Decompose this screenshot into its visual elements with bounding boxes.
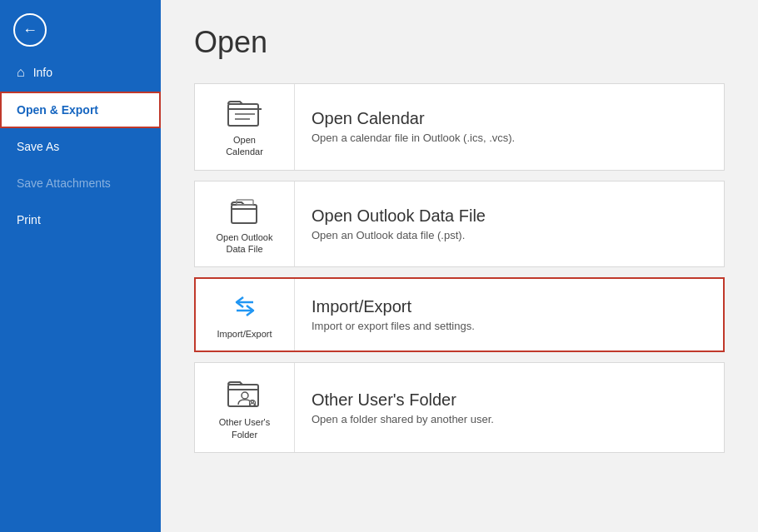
- sidebar-item-print-label: Print: [17, 213, 41, 226]
- sidebar: ← ⌂ Info Open & Export Save As Save Atta…: [0, 0, 161, 532]
- option-card-open-outlook-data[interactable]: Open OutlookData File Open Outlook Data …: [194, 181, 725, 268]
- sidebar-nav: ⌂ Info Open & Export Save As Save Attach…: [0, 53, 161, 238]
- import-export-icon-label: Import/Export: [217, 328, 272, 340]
- open-outlook-data-icon: [225, 193, 265, 226]
- import-export-text: Import/Export Import or export files and…: [295, 286, 724, 344]
- svg-rect-0: [228, 104, 258, 126]
- svg-rect-3: [232, 205, 257, 223]
- open-outlook-data-desc: Open an Outlook data file (.pst).: [312, 229, 707, 241]
- options-list: OpenCalendar Open Calendar Open a calend…: [194, 83, 725, 453]
- sidebar-item-save-attachments-label: Save Attachments: [17, 177, 111, 190]
- sidebar-item-save-as-label: Save As: [17, 140, 59, 153]
- open-calendar-text: Open Calendar Open a calendar file in Ou…: [295, 97, 724, 156]
- option-card-import-export[interactable]: Import/Export Import/Export Import or ex…: [194, 277, 725, 352]
- sidebar-item-info-label: Info: [33, 66, 52, 79]
- open-calendar-icon: [225, 96, 265, 129]
- option-card-other-users-folder[interactable]: Other User'sFolder Other User's Folder O…: [194, 362, 725, 453]
- import-export-desc: Import or export files and settings.: [312, 320, 707, 332]
- open-calendar-title: Open Calendar: [312, 109, 707, 128]
- other-users-folder-icon: [225, 375, 265, 411]
- open-outlook-data-text: Open Outlook Data File Open an Outlook d…: [295, 195, 724, 253]
- home-icon: ⌂: [17, 65, 25, 80]
- other-users-folder-title: Other User's Folder: [312, 390, 707, 410]
- open-outlook-data-icon-label: Open OutlookData File: [217, 231, 273, 256]
- sidebar-item-info[interactable]: ⌂ Info: [0, 53, 161, 92]
- import-export-icon-box: Import/Export: [195, 278, 295, 351]
- open-outlook-data-title: Open Outlook Data File: [312, 206, 707, 226]
- back-icon: ←: [22, 22, 37, 39]
- other-users-folder-icon-label: Other User'sFolder: [219, 416, 270, 440]
- open-calendar-icon-label: OpenCalendar: [226, 134, 263, 158]
- other-users-folder-text: Other User's Folder Open a folder shared…: [295, 379, 724, 437]
- back-button[interactable]: ←: [13, 13, 47, 47]
- import-export-icon: [225, 290, 265, 323]
- other-users-folder-icon-box: Other User'sFolder: [195, 363, 295, 452]
- sidebar-item-open-export[interactable]: Open & Export: [0, 92, 161, 128]
- sidebar-item-save-as[interactable]: Save As: [0, 128, 161, 165]
- import-export-title: Import/Export: [312, 297, 707, 316]
- open-calendar-icon-box: OpenCalendar: [195, 84, 295, 170]
- open-outlook-data-icon-box: Open OutlookData File: [195, 181, 295, 267]
- sidebar-item-print[interactable]: Print: [0, 201, 161, 238]
- main-content: Open OpenCalendar Open Calendar Open a c…: [161, 0, 758, 532]
- option-card-open-calendar[interactable]: OpenCalendar Open Calendar Open a calend…: [194, 83, 725, 171]
- other-users-folder-desc: Open a folder shared by another user.: [312, 413, 707, 425]
- svg-point-8: [242, 392, 248, 399]
- sidebar-item-open-export-label: Open & Export: [17, 103, 98, 117]
- sidebar-item-save-attachments: Save Attachments: [0, 165, 161, 201]
- open-calendar-desc: Open a calendar file in Outlook (.ics, .…: [312, 132, 707, 144]
- page-title: Open: [194, 25, 725, 60]
